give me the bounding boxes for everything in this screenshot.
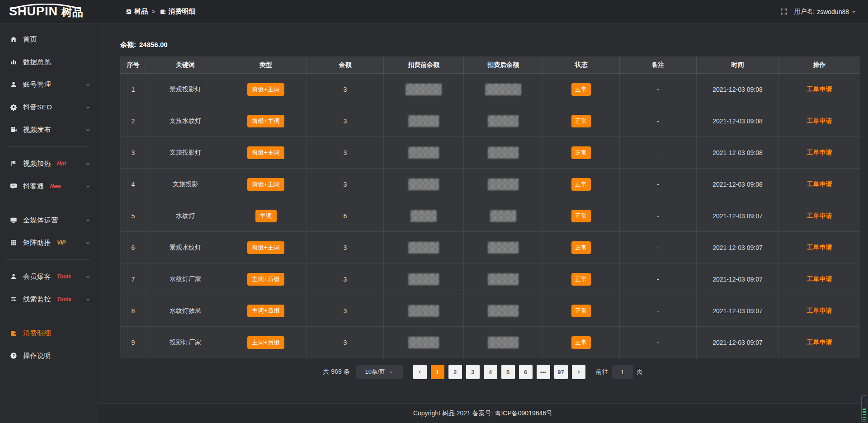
column-header: 操作 bbox=[779, 57, 860, 74]
new-tag: New bbox=[50, 183, 61, 189]
status-badge: 正常 bbox=[571, 115, 591, 127]
work-order-link[interactable]: 工单申请 bbox=[807, 307, 832, 314]
ellipsis-button[interactable]: ••• bbox=[537, 365, 550, 379]
breadcrumb-home[interactable]: 树品 bbox=[126, 7, 148, 16]
sidebar-item-home[interactable]: 首页 bbox=[0, 28, 98, 51]
next-page-button[interactable] bbox=[572, 365, 585, 379]
sidebar-item-douyin-seo[interactable]: 抖音SEO bbox=[0, 96, 98, 118]
work-order-link[interactable]: 工单申请 bbox=[807, 117, 832, 124]
cell-status: 正常 bbox=[543, 200, 620, 232]
work-order-link[interactable]: 工单申请 bbox=[807, 85, 832, 93]
censored-value bbox=[408, 242, 439, 254]
censored-value bbox=[408, 305, 439, 317]
work-order-link[interactable]: 工单申请 bbox=[807, 180, 832, 188]
type-badge: 前缀+主词 bbox=[247, 178, 284, 191]
status-badge: 正常 bbox=[571, 83, 591, 96]
scrollbar-widget[interactable] bbox=[861, 395, 867, 422]
table-row: 8 水纹灯效果 主词+后缀 3 正常 - 2021-12-03 09:07 工单… bbox=[121, 295, 860, 327]
fullscreen-icon[interactable] bbox=[780, 8, 788, 15]
breadcrumb-current[interactable]: 消费明细 bbox=[160, 7, 196, 16]
table-row: 5 水纹灯 主词 6 正常 - 2021-12-03 09:07 工单申请 bbox=[121, 200, 860, 232]
sidebar-item-account[interactable]: 账号管理 bbox=[0, 73, 98, 96]
cell-amount: 3 bbox=[307, 169, 384, 200]
cell-remark: - bbox=[620, 169, 697, 200]
censored-value bbox=[488, 242, 519, 254]
sidebar-item-label: 数据总览 bbox=[23, 58, 51, 66]
page-button-4[interactable]: 4 bbox=[484, 365, 497, 379]
chevron-down-icon bbox=[85, 127, 90, 132]
cell-remark: - bbox=[620, 263, 697, 295]
page-button-97[interactable]: 97 bbox=[554, 365, 568, 379]
sidebar-item-douketong[interactable]: 抖客通 New bbox=[0, 175, 98, 197]
cell-amount: 3 bbox=[307, 263, 384, 295]
type-badge: 前缀+主词 bbox=[247, 146, 284, 159]
page-button-3[interactable]: 3 bbox=[466, 365, 480, 379]
sidebar-item-video-publish[interactable]: 视频发布 bbox=[0, 118, 98, 141]
cell-keyword: 水纹灯 bbox=[146, 200, 225, 232]
user-menu[interactable]: 用户名: zswodun88 bbox=[794, 8, 856, 16]
column-header: 扣费后余额 bbox=[464, 57, 543, 74]
cell-amount: 3 bbox=[307, 105, 384, 137]
grid-icon bbox=[10, 239, 17, 246]
main-content: 余额: 24856.00 序号 关键词 类型 金额 扣费前余额 扣费后余额 状态… bbox=[98, 24, 868, 423]
cell-time: 2021-12-03 09:07 bbox=[697, 232, 779, 263]
page-button-6[interactable]: 6 bbox=[519, 365, 533, 379]
breadcrumb-separator: > bbox=[152, 8, 156, 15]
cell-status: 正常 bbox=[543, 169, 620, 200]
type-badge: 前缀+主词 bbox=[247, 83, 284, 96]
cell-time: 2021-12-03 09:07 bbox=[697, 263, 779, 295]
goto-page-input[interactable] bbox=[612, 365, 633, 379]
sidebar-item-data-overview[interactable]: 数据总览 bbox=[0, 51, 98, 73]
sliders-icon bbox=[10, 296, 17, 303]
censored-value bbox=[488, 273, 519, 285]
cell-action: 工单申请 bbox=[779, 295, 860, 327]
sidebar-item-matrix-boost[interactable]: 矩阵助推 VIP bbox=[0, 231, 98, 254]
cell-index: 5 bbox=[121, 200, 146, 232]
status-badge: 正常 bbox=[571, 210, 591, 222]
cell-amount: 3 bbox=[307, 327, 384, 358]
sidebar-item-video-heat[interactable]: 视频加热 Hot bbox=[0, 152, 98, 175]
page-button-5[interactable]: 5 bbox=[501, 365, 515, 379]
sidebar-item-instructions[interactable]: ? 操作说明 bbox=[0, 344, 98, 367]
table-row: 6 景观水纹灯 前缀+主词 3 正常 - 2021-12-03 09:07 工单… bbox=[121, 232, 860, 263]
sidebar-item-media-operation[interactable]: 全媒体运营 bbox=[0, 209, 98, 231]
cell-balance-after bbox=[464, 105, 543, 137]
column-header: 扣费前余额 bbox=[384, 57, 464, 74]
cell-keyword: 景观投影灯 bbox=[146, 74, 225, 105]
sidebar-item-label: 抖音SEO bbox=[23, 103, 52, 112]
cell-balance-before bbox=[384, 74, 464, 105]
work-order-link[interactable]: 工单申请 bbox=[807, 244, 832, 251]
work-order-link[interactable]: 工单申请 bbox=[807, 149, 832, 156]
work-order-link[interactable]: 工单申请 bbox=[807, 338, 832, 346]
status-badge: 正常 bbox=[571, 273, 591, 286]
sidebar-item-consumption-detail[interactable]: 消费明细 bbox=[0, 322, 98, 344]
pagination-total: 共 969 条 bbox=[323, 368, 349, 376]
chevron-down-icon bbox=[389, 370, 393, 374]
cell-index: 2 bbox=[121, 105, 146, 137]
prev-page-button[interactable] bbox=[413, 365, 427, 379]
cell-balance-after bbox=[464, 295, 543, 327]
page-size-select[interactable]: 10条/页 bbox=[356, 365, 403, 379]
cell-remark: - bbox=[620, 327, 697, 358]
page-button-2[interactable]: 2 bbox=[448, 365, 462, 379]
cell-balance-before bbox=[384, 295, 464, 327]
cell-balance-after bbox=[464, 327, 543, 358]
cell-remark: - bbox=[620, 74, 697, 105]
cell-index: 1 bbox=[121, 74, 146, 105]
sidebar-item-lead-monitor[interactable]: 线索监控 Tools bbox=[0, 288, 98, 310]
table-row: 4 文旅投影 前缀+主词 3 正常 - 2021-12-03 09:08 工单申… bbox=[121, 169, 860, 200]
sidebar-divider bbox=[7, 316, 90, 316]
sidebar-item-member-tools[interactable]: 会员爆客 Tools bbox=[0, 265, 98, 288]
page-button-1[interactable]: 1 bbox=[431, 365, 444, 379]
table-row: 9 投影灯厂家 主词+后缀 3 正常 - 2021-12-03 09:07 工单… bbox=[121, 327, 860, 358]
user-star-icon bbox=[10, 273, 17, 280]
work-order-link[interactable]: 工单申请 bbox=[807, 275, 832, 282]
chevron-down-icon bbox=[85, 105, 90, 110]
cell-balance-before bbox=[384, 263, 464, 295]
cell-index: 7 bbox=[121, 263, 146, 295]
type-badge: 主词+后缀 bbox=[247, 336, 284, 349]
cell-remark: - bbox=[620, 295, 697, 327]
topbar: SHUPIN 树品 树品 > 消费明细 用户名: zswodun88 bbox=[0, 0, 868, 24]
table-row: 1 景观投影灯 前缀+主词 3 正常 - 2021-12-03 09:08 工单… bbox=[121, 74, 860, 105]
work-order-link[interactable]: 工单申请 bbox=[807, 212, 832, 219]
